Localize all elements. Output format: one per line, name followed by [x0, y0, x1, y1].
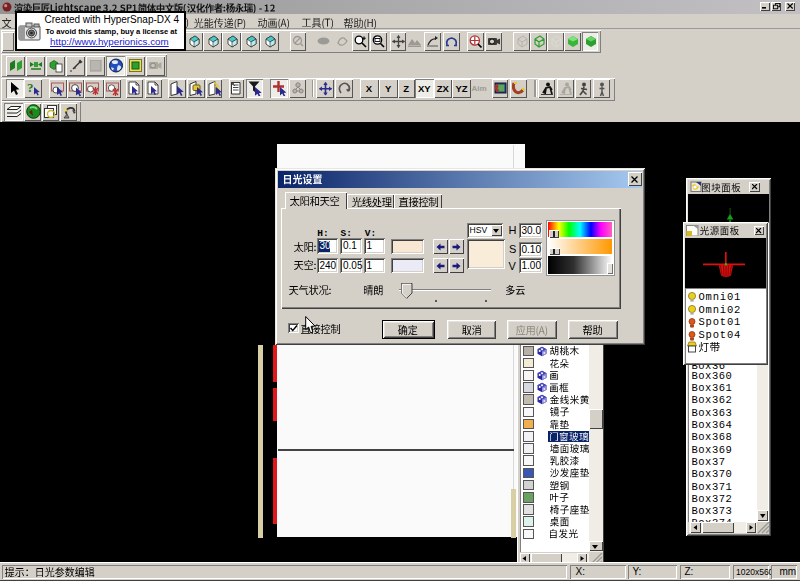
svg-text:?: ?	[27, 81, 34, 95]
